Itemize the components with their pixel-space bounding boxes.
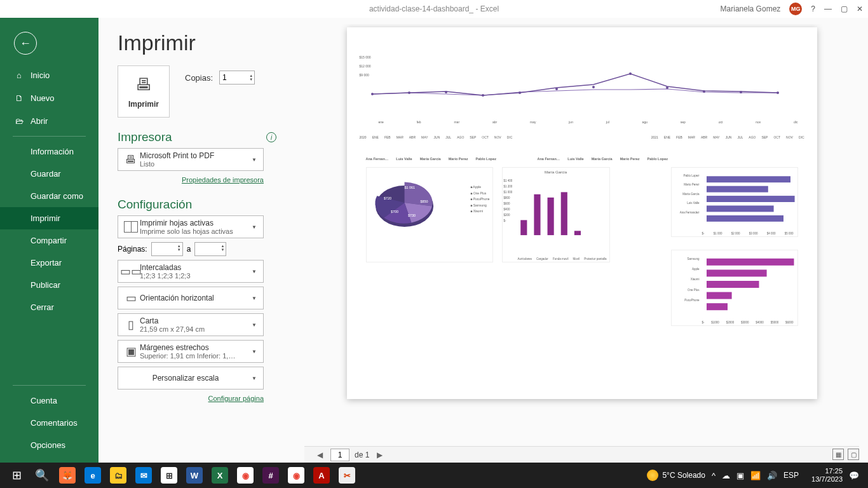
svg-point-0 — [371, 93, 374, 95]
hbar-chart-brands: SamsungAppleXiaomiOne PlusPocoPhone $-$1… — [671, 250, 798, 326]
printer-status: Listo — [140, 160, 249, 168]
maximize-icon[interactable]: ▢ — [841, 4, 848, 13]
preview-page: $15 000$12 000$9 000 — 2020 — 2021 — [347, 27, 817, 399]
sidebar-item-home[interactable]: ⌂Inicio — [0, 64, 98, 86]
next-page-button[interactable]: ▶ — [374, 451, 385, 459]
sidebar-item-account[interactable]: Cuenta — [0, 390, 98, 412]
sidebar-item-close[interactable]: Cerrar — [0, 296, 98, 318]
chevron-down-icon: ▼ — [249, 269, 259, 274]
chevron-down-icon: ▼ — [249, 295, 259, 301]
sidebar-item-export[interactable]: Exportar — [0, 252, 98, 274]
battery-icon[interactable]: ▣ — [736, 471, 744, 480]
sidebar-label: Cuenta — [31, 396, 57, 405]
taskbar-app-excel[interactable]: X — [207, 463, 233, 488]
zoom-to-page-button[interactable]: ▦ — [832, 449, 844, 460]
sidebar-label: Exportar — [31, 258, 62, 268]
spinner-arrows-icon[interactable]: ▲▼ — [249, 74, 253, 81]
sidebar-item-options[interactable]: Opciones — [0, 434, 98, 456]
chevron-down-icon: ▼ — [249, 322, 259, 328]
search-button[interactable]: 🔍 — [29, 463, 55, 488]
orientation-selector[interactable]: ▭ Orientación horizontal ▼ — [118, 287, 264, 309]
weather-widget[interactable]: 5°C Soleado — [647, 470, 705, 481]
page-total-label: de 1 — [355, 451, 369, 459]
sidebar-label: Información — [31, 147, 74, 156]
page-icon: ▯ — [122, 318, 140, 332]
wifi-icon[interactable]: 📶 — [750, 471, 761, 480]
back-button[interactable]: ← — [14, 32, 37, 55]
margin-name: Márgenes estrechos — [140, 343, 249, 352]
taskbar-app-store[interactable]: ⊞ — [156, 463, 182, 488]
svg-text:$700: $700 — [390, 210, 398, 214]
start-button[interactable]: ⊞ — [4, 463, 29, 488]
collate-title: Intercaladas — [140, 263, 249, 272]
margin-desc: Superior: 1,91 cm Inferior: 1,… — [140, 352, 249, 360]
taskbar-app-snip[interactable]: ✂ — [334, 463, 360, 488]
language-indicator[interactable]: ESP — [783, 471, 799, 480]
sidebar-item-new[interactable]: 🗋Nuevo — [0, 86, 98, 109]
people-tabs-right: Ana Fernan…Luis ValleMaría GarcíaMario P… — [538, 157, 668, 162]
printer-selector[interactable]: 🖶 Microsoft Print to PDF Listo ▼ — [118, 148, 264, 171]
margins-icon: ▣ — [122, 344, 140, 358]
taskbar-app-chrome[interactable]: ◉ — [233, 463, 258, 488]
paper-size-selector[interactable]: ▯ Carta 21,59 cm x 27,94 cm ▼ — [118, 313, 264, 336]
page-to-input[interactable]: ▲▼ — [194, 242, 226, 256]
print-button[interactable]: 🖶 Imprimir — [118, 65, 170, 118]
spinner-arrows-icon[interactable]: ▲▼ — [220, 244, 224, 252]
taskbar-app-firefox[interactable]: 🦊 — [55, 463, 80, 488]
divider — [13, 136, 86, 137]
user-avatar[interactable]: MG — [789, 3, 802, 15]
sidebar-item-info[interactable]: Información — [0, 140, 98, 163]
svg-rect-31 — [707, 292, 732, 299]
sidebar-item-share[interactable]: Compartir — [0, 229, 98, 252]
copies-spinner[interactable]: 1 ▲▼ — [219, 71, 255, 85]
sidebar-item-print[interactable]: Imprimir — [0, 207, 98, 229]
taskbar-app-acrobat[interactable]: A — [309, 463, 334, 488]
sidebar-label: Cerrar — [31, 302, 54, 312]
svg-rect-32 — [707, 303, 728, 310]
taskbar-app-slack[interactable]: # — [258, 463, 283, 488]
svg-rect-19 — [534, 194, 540, 235]
sidebar-item-open[interactable]: 🗁Abrir — [0, 109, 98, 132]
sidebar-item-saveas[interactable]: Guardar como — [0, 185, 98, 207]
tray-chevron-icon[interactable]: ^ — [712, 471, 715, 480]
svg-text:$720: $720 — [384, 196, 391, 200]
page-setup-link[interactable]: Configurar página — [208, 395, 264, 402]
taskbar-app-mail[interactable]: ✉ — [131, 463, 156, 488]
print-scope-selector[interactable]: Imprimir hojas activas Imprime solo las … — [118, 215, 264, 238]
arrow-left-icon: ← — [20, 37, 31, 50]
onedrive-icon[interactable]: ☁ — [722, 471, 730, 480]
minimize-icon[interactable]: — — [824, 4, 832, 13]
close-icon[interactable]: ✕ — [857, 4, 863, 13]
help-icon[interactable]: ? — [811, 4, 815, 13]
x-axis-months: enefebmarabrmayjunjulagosepoctnovdic — [379, 120, 798, 124]
svg-point-1 — [408, 92, 410, 94]
printer-properties-link[interactable]: Propiedades de impresora — [182, 176, 264, 184]
info-icon[interactable]: i — [266, 132, 276, 142]
page-from-input[interactable]: ▲▼ — [151, 242, 183, 256]
volume-icon[interactable]: 🔊 — [767, 471, 777, 480]
prev-page-button[interactable]: ◀ — [315, 451, 325, 459]
notifications-icon[interactable]: 💬 — [849, 471, 859, 480]
spinner-arrows-icon[interactable]: ▲▼ — [177, 244, 181, 252]
sidebar-item-feedback[interactable]: Comentarios — [0, 412, 98, 434]
page-number-input[interactable] — [330, 449, 349, 461]
weather-text: 5°C Soleado — [662, 471, 705, 480]
chevron-down-icon: ▼ — [249, 157, 259, 163]
sidebar-item-save[interactable]: Guardar — [0, 163, 98, 185]
taskbar-app-explorer[interactable]: 🗂 — [105, 463, 131, 488]
sidebar-label: Guardar como — [31, 191, 83, 201]
svg-point-6 — [592, 86, 595, 88]
windows-taskbar: ⊞ 🔍 🦊 e 🗂 ✉ ⊞ W X ◉ # ◉ A ✂ 5°C Soleado … — [0, 463, 868, 488]
hbar-chart-people: Pablo LopezMario PerezMaría GarcíaLuis V… — [671, 167, 798, 237]
svg-rect-18 — [520, 220, 527, 235]
scale-selector[interactable]: Personalizar escala ▼ — [118, 367, 264, 390]
sidebar-item-publish[interactable]: Publicar — [0, 274, 98, 296]
taskbar-app-word[interactable]: W — [182, 463, 207, 488]
collation-selector[interactable]: ▭▭ Intercaladas 1;2;3 1;2;3 1;2;3 ▼ — [118, 260, 264, 283]
margins-selector[interactable]: ▣ Márgenes estrechos Superior: 1,91 cm I… — [118, 340, 264, 363]
taskbar-app-edge[interactable]: e — [80, 463, 105, 488]
clock[interactable]: 17:25 13/7/2023 — [811, 467, 843, 484]
show-margins-button[interactable]: ▢ — [848, 449, 859, 460]
taskbar-app-chrome2[interactable]: ◉ — [283, 463, 309, 488]
printer-name: Microsoft Print to PDF — [140, 151, 249, 160]
